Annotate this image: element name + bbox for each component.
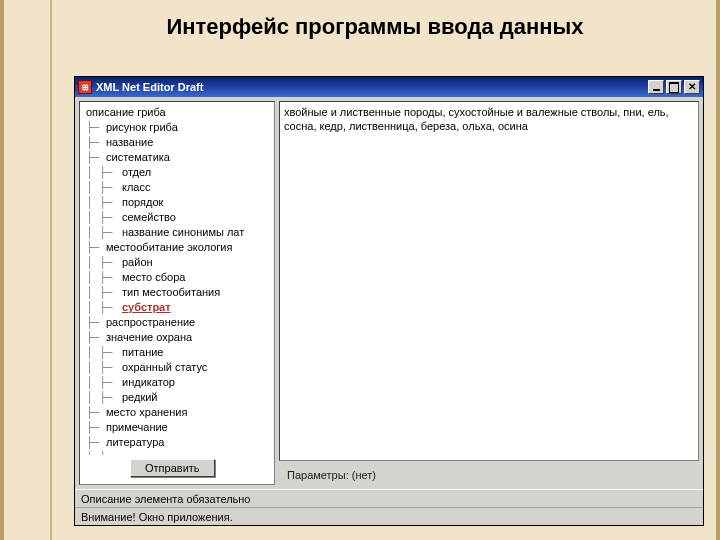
tree-item[interactable]: │ ├─ субстрат bbox=[82, 300, 272, 315]
tree-connector: │ ├─ bbox=[86, 255, 122, 270]
tree-item[interactable]: │ ├─ индикатор bbox=[82, 375, 272, 390]
tree-item-label: рисунок гриба bbox=[106, 121, 178, 133]
value-textarea[interactable]: хвойные и лиственные породы, сухостойные… bbox=[279, 101, 699, 461]
app-icon: ⊞ bbox=[78, 80, 92, 94]
submit-wrap: Отправить bbox=[82, 455, 272, 481]
tree-item-label: порядок bbox=[122, 196, 163, 208]
tree-connector: │ ├─ bbox=[86, 165, 122, 180]
tree-connector: ├─ bbox=[86, 435, 106, 450]
tree-item-label: название bbox=[106, 136, 153, 148]
tree-item-label: описание гриба bbox=[86, 106, 166, 118]
tree-item-label: редкий bbox=[122, 391, 158, 403]
status-bars: Описание элемента обязательно Внимание! … bbox=[75, 489, 703, 525]
tree-item-label: место хранения bbox=[106, 406, 187, 418]
tree-item[interactable]: │ ├─ книга bbox=[82, 450, 272, 455]
slide-left-rule bbox=[50, 0, 52, 540]
tree-connector: │ ├─ bbox=[86, 210, 122, 225]
tree-connector: ├─ bbox=[86, 135, 106, 150]
tree-item[interactable]: ├─ значение охрана bbox=[82, 330, 272, 345]
tree-item-label: литература bbox=[106, 436, 164, 448]
tree-item[interactable]: │ ├─ район bbox=[82, 255, 272, 270]
tree-item-label: местообитание экология bbox=[106, 241, 232, 253]
tree-connector: ├─ bbox=[86, 420, 106, 435]
tree-connector: │ ├─ bbox=[86, 195, 122, 210]
tree-connector: ├─ bbox=[86, 240, 106, 255]
tree-item-label: книга bbox=[122, 451, 149, 455]
tree-item-label: систематика bbox=[106, 151, 170, 163]
tree-item[interactable]: │ ├─ тип местообитания bbox=[82, 285, 272, 300]
tree-item[interactable]: ├─ название bbox=[82, 135, 272, 150]
tree-item[interactable]: │ ├─ семейство bbox=[82, 210, 272, 225]
tree-item[interactable]: │ ├─ охранный статус bbox=[82, 360, 272, 375]
tree-connector: │ ├─ bbox=[86, 225, 122, 240]
tree-item-label: тип местообитания bbox=[122, 286, 220, 298]
params-label: Параметры: (нет) bbox=[279, 465, 699, 485]
tree-connector: ├─ bbox=[86, 405, 106, 420]
tree-item[interactable]: ├─ примечание bbox=[82, 420, 272, 435]
maximize-button[interactable] bbox=[666, 80, 682, 94]
tree-item-label: название синонимы лат bbox=[122, 226, 244, 238]
client-area: описание гриба├─ рисунок гриба├─ названи… bbox=[75, 97, 703, 489]
tree-item[interactable]: │ ├─ питание bbox=[82, 345, 272, 360]
tree-connector: ├─ bbox=[86, 150, 106, 165]
tree-connector: │ ├─ bbox=[86, 300, 122, 315]
tree-item[interactable]: описание гриба bbox=[82, 105, 272, 120]
tree-item[interactable]: │ ├─ название синонимы лат bbox=[82, 225, 272, 240]
tree-item[interactable]: │ ├─ место сбора bbox=[82, 270, 272, 285]
app-window: ⊞ XML Net Editor Draft ✕ описание гриба├… bbox=[74, 76, 704, 526]
tree-connector: │ ├─ bbox=[86, 270, 122, 285]
tree-item-label: примечание bbox=[106, 421, 168, 433]
tree-item-label: отдел bbox=[122, 166, 151, 178]
tree-connector: │ ├─ bbox=[86, 180, 122, 195]
tree-item[interactable]: ├─ литература bbox=[82, 435, 272, 450]
tree-connector: │ ├─ bbox=[86, 375, 122, 390]
window-controls: ✕ bbox=[648, 80, 700, 94]
submit-button[interactable]: Отправить bbox=[130, 459, 215, 477]
tree-item[interactable]: │ ├─ порядок bbox=[82, 195, 272, 210]
tree-item-label: субстрат bbox=[122, 301, 171, 313]
tree-connector: ├─ bbox=[86, 330, 106, 345]
tree-connector: │ ├─ bbox=[86, 450, 122, 455]
tree-pane: описание гриба├─ рисунок гриба├─ названи… bbox=[79, 101, 275, 485]
titlebar[interactable]: ⊞ XML Net Editor Draft ✕ bbox=[75, 77, 703, 97]
tree-item-label: семейство bbox=[122, 211, 176, 223]
slide-title: Интерфейс программы ввода данных bbox=[34, 14, 716, 40]
close-button[interactable]: ✕ bbox=[684, 80, 700, 94]
tree-item[interactable]: ├─ распространение bbox=[82, 315, 272, 330]
tree-item-label: район bbox=[122, 256, 153, 268]
status-line-2: Внимание! Окно приложения. bbox=[75, 507, 703, 525]
window-title: XML Net Editor Draft bbox=[96, 81, 648, 93]
status-line-1: Описание элемента обязательно bbox=[75, 489, 703, 507]
tree-item[interactable]: ├─ местообитание экология bbox=[82, 240, 272, 255]
tree-item[interactable]: ├─ место хранения bbox=[82, 405, 272, 420]
tree-connector: │ ├─ bbox=[86, 285, 122, 300]
tree-item[interactable]: │ ├─ редкий bbox=[82, 390, 272, 405]
tree-connector: ├─ bbox=[86, 120, 106, 135]
tree[interactable]: описание гриба├─ рисунок гриба├─ названи… bbox=[82, 105, 272, 455]
tree-connector: │ ├─ bbox=[86, 345, 122, 360]
tree-item[interactable]: │ ├─ отдел bbox=[82, 165, 272, 180]
tree-item[interactable]: ├─ рисунок гриба bbox=[82, 120, 272, 135]
tree-item-label: место сбора bbox=[122, 271, 185, 283]
tree-item-label: питание bbox=[122, 346, 163, 358]
tree-item[interactable]: │ ├─ класс bbox=[82, 180, 272, 195]
content-pane: хвойные и лиственные породы, сухостойные… bbox=[279, 101, 699, 485]
tree-item-label: значение охрана bbox=[106, 331, 192, 343]
minimize-button[interactable] bbox=[648, 80, 664, 94]
tree-connector: │ ├─ bbox=[86, 390, 122, 405]
slide-frame: Интерфейс программы ввода данных ⊞ XML N… bbox=[0, 0, 720, 540]
tree-connector: ├─ bbox=[86, 315, 106, 330]
tree-connector: │ ├─ bbox=[86, 360, 122, 375]
tree-item-label: распространение bbox=[106, 316, 195, 328]
tree-item[interactable]: ├─ систематика bbox=[82, 150, 272, 165]
tree-item-label: класс bbox=[122, 181, 150, 193]
tree-item-label: охранный статус bbox=[122, 361, 207, 373]
tree-item-label: индикатор bbox=[122, 376, 175, 388]
